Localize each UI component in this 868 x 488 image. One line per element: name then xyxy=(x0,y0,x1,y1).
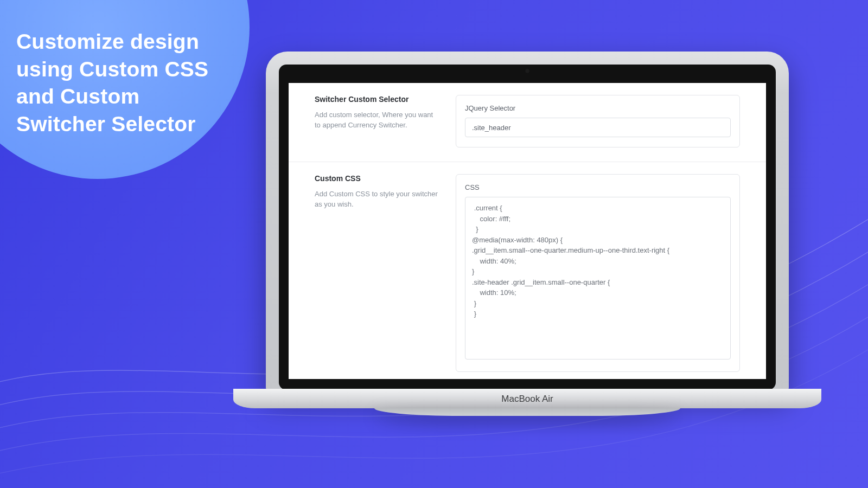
selector-section-title: Switcher Custom Selector xyxy=(315,95,439,104)
page-headline: Customize design using Custom CSS and Cu… xyxy=(16,28,212,138)
laptop-foot xyxy=(374,408,680,416)
laptop-mockup: Switcher Custom Selector Add custom sele… xyxy=(266,52,789,426)
css-textarea[interactable] xyxy=(465,197,731,359)
settings-panel: Switcher Custom Selector Add custom sele… xyxy=(289,83,766,379)
selector-section-desc: Add custom selector, Where you want to a… xyxy=(315,110,439,131)
css-field-label: CSS xyxy=(465,183,731,191)
css-section-title: Custom CSS xyxy=(315,174,439,183)
css-card: CSS xyxy=(456,174,740,372)
jquery-selector-input[interactable] xyxy=(465,118,731,137)
jquery-selector-label: JQuery Selector xyxy=(465,104,731,112)
selector-card: JQuery Selector xyxy=(456,95,740,147)
laptop-model-label: MacBook Air xyxy=(233,394,821,404)
css-section-desc: Add Custom CSS to style your switcher as… xyxy=(315,189,439,210)
camera-icon xyxy=(525,68,530,74)
